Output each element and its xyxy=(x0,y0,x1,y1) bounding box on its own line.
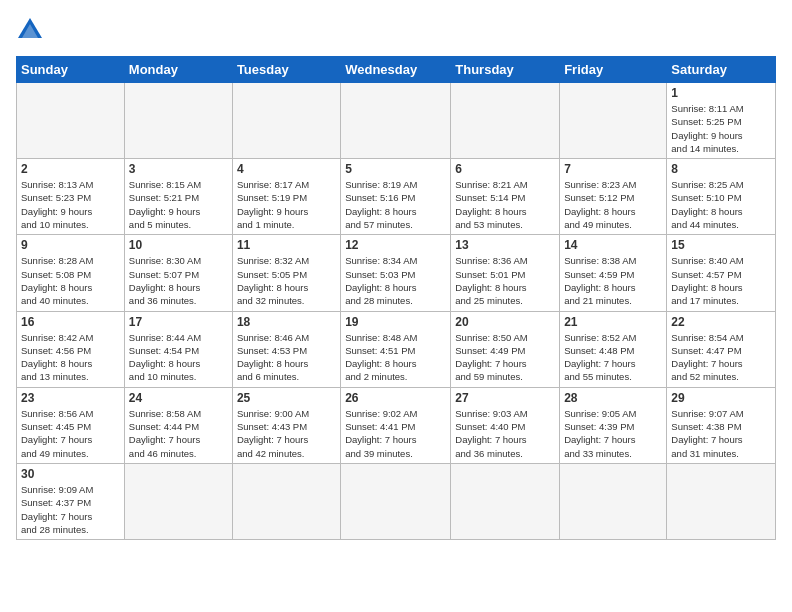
day-number: 5 xyxy=(345,162,446,176)
day-number: 6 xyxy=(455,162,555,176)
day-info: Sunrise: 8:54 AM Sunset: 4:47 PM Dayligh… xyxy=(671,331,771,384)
day-number: 20 xyxy=(455,315,555,329)
day-number: 17 xyxy=(129,315,228,329)
calendar-cell: 6Sunrise: 8:21 AM Sunset: 5:14 PM Daylig… xyxy=(451,159,560,235)
day-info: Sunrise: 8:30 AM Sunset: 5:07 PM Dayligh… xyxy=(129,254,228,307)
day-number: 1 xyxy=(671,86,771,100)
day-number: 9 xyxy=(21,238,120,252)
calendar-cell xyxy=(124,83,232,159)
weekday-header: Thursday xyxy=(451,57,560,83)
calendar-week-row: 23Sunrise: 8:56 AM Sunset: 4:45 PM Dayli… xyxy=(17,387,776,463)
calendar-cell: 27Sunrise: 9:03 AM Sunset: 4:40 PM Dayli… xyxy=(451,387,560,463)
day-info: Sunrise: 9:09 AM Sunset: 4:37 PM Dayligh… xyxy=(21,483,120,536)
weekday-header: Wednesday xyxy=(341,57,451,83)
page: SundayMondayTuesdayWednesdayThursdayFrid… xyxy=(0,0,792,612)
calendar-week-row: 2Sunrise: 8:13 AM Sunset: 5:23 PM Daylig… xyxy=(17,159,776,235)
day-info: Sunrise: 8:36 AM Sunset: 5:01 PM Dayligh… xyxy=(455,254,555,307)
calendar-cell: 13Sunrise: 8:36 AM Sunset: 5:01 PM Dayli… xyxy=(451,235,560,311)
day-info: Sunrise: 9:07 AM Sunset: 4:38 PM Dayligh… xyxy=(671,407,771,460)
weekday-header: Sunday xyxy=(17,57,125,83)
day-number: 24 xyxy=(129,391,228,405)
calendar-week-row: 30Sunrise: 9:09 AM Sunset: 4:37 PM Dayli… xyxy=(17,463,776,539)
calendar-cell: 16Sunrise: 8:42 AM Sunset: 4:56 PM Dayli… xyxy=(17,311,125,387)
calendar-cell: 18Sunrise: 8:46 AM Sunset: 4:53 PM Dayli… xyxy=(232,311,340,387)
calendar-cell: 22Sunrise: 8:54 AM Sunset: 4:47 PM Dayli… xyxy=(667,311,776,387)
day-info: Sunrise: 9:03 AM Sunset: 4:40 PM Dayligh… xyxy=(455,407,555,460)
calendar-cell xyxy=(232,463,340,539)
calendar-cell: 5Sunrise: 8:19 AM Sunset: 5:16 PM Daylig… xyxy=(341,159,451,235)
day-number: 15 xyxy=(671,238,771,252)
weekday-header: Saturday xyxy=(667,57,776,83)
day-info: Sunrise: 8:21 AM Sunset: 5:14 PM Dayligh… xyxy=(455,178,555,231)
calendar-cell: 9Sunrise: 8:28 AM Sunset: 5:08 PM Daylig… xyxy=(17,235,125,311)
logo-icon xyxy=(16,16,44,44)
day-info: Sunrise: 8:13 AM Sunset: 5:23 PM Dayligh… xyxy=(21,178,120,231)
day-number: 7 xyxy=(564,162,662,176)
day-number: 21 xyxy=(564,315,662,329)
day-number: 2 xyxy=(21,162,120,176)
day-number: 12 xyxy=(345,238,446,252)
day-info: Sunrise: 8:32 AM Sunset: 5:05 PM Dayligh… xyxy=(237,254,336,307)
calendar-cell: 25Sunrise: 9:00 AM Sunset: 4:43 PM Dayli… xyxy=(232,387,340,463)
day-info: Sunrise: 8:34 AM Sunset: 5:03 PM Dayligh… xyxy=(345,254,446,307)
day-number: 8 xyxy=(671,162,771,176)
day-info: Sunrise: 8:58 AM Sunset: 4:44 PM Dayligh… xyxy=(129,407,228,460)
calendar-cell xyxy=(451,83,560,159)
calendar-week-row: 1Sunrise: 8:11 AM Sunset: 5:25 PM Daylig… xyxy=(17,83,776,159)
calendar-cell xyxy=(451,463,560,539)
calendar-header-row: SundayMondayTuesdayWednesdayThursdayFrid… xyxy=(17,57,776,83)
day-info: Sunrise: 8:40 AM Sunset: 4:57 PM Dayligh… xyxy=(671,254,771,307)
calendar-cell: 21Sunrise: 8:52 AM Sunset: 4:48 PM Dayli… xyxy=(560,311,667,387)
calendar-cell xyxy=(560,83,667,159)
day-number: 19 xyxy=(345,315,446,329)
calendar-cell: 24Sunrise: 8:58 AM Sunset: 4:44 PM Dayli… xyxy=(124,387,232,463)
day-info: Sunrise: 8:56 AM Sunset: 4:45 PM Dayligh… xyxy=(21,407,120,460)
day-info: Sunrise: 8:44 AM Sunset: 4:54 PM Dayligh… xyxy=(129,331,228,384)
calendar-cell: 26Sunrise: 9:02 AM Sunset: 4:41 PM Dayli… xyxy=(341,387,451,463)
day-info: Sunrise: 8:19 AM Sunset: 5:16 PM Dayligh… xyxy=(345,178,446,231)
day-info: Sunrise: 8:46 AM Sunset: 4:53 PM Dayligh… xyxy=(237,331,336,384)
day-info: Sunrise: 8:15 AM Sunset: 5:21 PM Dayligh… xyxy=(129,178,228,231)
calendar-cell xyxy=(341,463,451,539)
day-number: 25 xyxy=(237,391,336,405)
day-number: 3 xyxy=(129,162,228,176)
day-number: 14 xyxy=(564,238,662,252)
day-number: 26 xyxy=(345,391,446,405)
day-number: 16 xyxy=(21,315,120,329)
calendar-cell: 20Sunrise: 8:50 AM Sunset: 4:49 PM Dayli… xyxy=(451,311,560,387)
calendar-cell xyxy=(124,463,232,539)
calendar-cell: 17Sunrise: 8:44 AM Sunset: 4:54 PM Dayli… xyxy=(124,311,232,387)
day-info: Sunrise: 9:05 AM Sunset: 4:39 PM Dayligh… xyxy=(564,407,662,460)
logo xyxy=(16,16,48,44)
calendar-table: SundayMondayTuesdayWednesdayThursdayFrid… xyxy=(16,56,776,540)
calendar-cell: 7Sunrise: 8:23 AM Sunset: 5:12 PM Daylig… xyxy=(560,159,667,235)
calendar-cell xyxy=(560,463,667,539)
day-info: Sunrise: 8:11 AM Sunset: 5:25 PM Dayligh… xyxy=(671,102,771,155)
day-info: Sunrise: 8:42 AM Sunset: 4:56 PM Dayligh… xyxy=(21,331,120,384)
day-info: Sunrise: 8:25 AM Sunset: 5:10 PM Dayligh… xyxy=(671,178,771,231)
day-number: 13 xyxy=(455,238,555,252)
calendar-cell: 15Sunrise: 8:40 AM Sunset: 4:57 PM Dayli… xyxy=(667,235,776,311)
day-number: 30 xyxy=(21,467,120,481)
day-info: Sunrise: 9:02 AM Sunset: 4:41 PM Dayligh… xyxy=(345,407,446,460)
day-number: 29 xyxy=(671,391,771,405)
calendar-cell: 2Sunrise: 8:13 AM Sunset: 5:23 PM Daylig… xyxy=(17,159,125,235)
calendar-cell xyxy=(667,463,776,539)
calendar-cell: 23Sunrise: 8:56 AM Sunset: 4:45 PM Dayli… xyxy=(17,387,125,463)
calendar-cell: 1Sunrise: 8:11 AM Sunset: 5:25 PM Daylig… xyxy=(667,83,776,159)
day-number: 4 xyxy=(237,162,336,176)
day-info: Sunrise: 8:23 AM Sunset: 5:12 PM Dayligh… xyxy=(564,178,662,231)
day-info: Sunrise: 8:28 AM Sunset: 5:08 PM Dayligh… xyxy=(21,254,120,307)
calendar-cell xyxy=(341,83,451,159)
day-number: 28 xyxy=(564,391,662,405)
calendar-cell: 28Sunrise: 9:05 AM Sunset: 4:39 PM Dayli… xyxy=(560,387,667,463)
day-info: Sunrise: 8:50 AM Sunset: 4:49 PM Dayligh… xyxy=(455,331,555,384)
calendar-cell: 12Sunrise: 8:34 AM Sunset: 5:03 PM Dayli… xyxy=(341,235,451,311)
calendar-cell: 30Sunrise: 9:09 AM Sunset: 4:37 PM Dayli… xyxy=(17,463,125,539)
calendar-week-row: 16Sunrise: 8:42 AM Sunset: 4:56 PM Dayli… xyxy=(17,311,776,387)
calendar-cell: 4Sunrise: 8:17 AM Sunset: 5:19 PM Daylig… xyxy=(232,159,340,235)
calendar-cell: 29Sunrise: 9:07 AM Sunset: 4:38 PM Dayli… xyxy=(667,387,776,463)
calendar-cell: 8Sunrise: 8:25 AM Sunset: 5:10 PM Daylig… xyxy=(667,159,776,235)
weekday-header: Monday xyxy=(124,57,232,83)
day-info: Sunrise: 8:38 AM Sunset: 4:59 PM Dayligh… xyxy=(564,254,662,307)
